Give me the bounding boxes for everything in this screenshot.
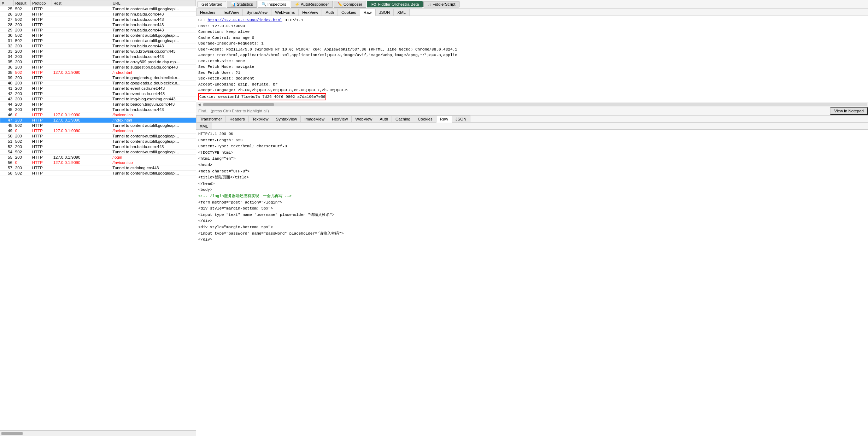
row-result: 502 xyxy=(14,70,31,75)
fiddler-orch-button[interactable]: FO Fiddler Orchestra Beta xyxy=(367,1,423,7)
request-tab-textview[interactable]: TextView xyxy=(219,9,243,16)
response-line: <head> xyxy=(198,162,866,169)
table-row[interactable]: 57200HTTPTunnel to csdnimg.cn:443 xyxy=(0,165,196,171)
row-url: Tunnel to content-autofill.googleapi... xyxy=(111,134,195,139)
table-row[interactable]: 52200HTTPTunnel to hm.baidu.com:443 xyxy=(0,144,196,149)
response-tab2-xml[interactable]: XML xyxy=(196,123,212,129)
table-row[interactable]: 42200HTTPTunnel to event.csdn.net:443 xyxy=(0,91,196,96)
table-row[interactable]: 33200HTTPTunnel to wup.browser.qq.com:44… xyxy=(0,49,196,54)
response-tab-json[interactable]: JSON xyxy=(452,116,470,122)
table-row[interactable]: 35200HTTPTunnel to array809.prod.do.dsp.… xyxy=(0,59,196,65)
autoresponder-icon: ⚡ xyxy=(295,2,300,7)
row-host xyxy=(52,123,111,128)
row-url: Tunnel to hm.baidu.com:443 xyxy=(111,144,195,149)
response-tab-headers[interactable]: Headers xyxy=(226,116,248,122)
request-tab-raw[interactable]: Raw xyxy=(360,9,376,16)
row-proto: HTTP xyxy=(31,86,52,91)
row-url: Tunnel to img-blog.csdnimg.cn:443 xyxy=(111,96,195,102)
request-header-line: User-Agent: Mozilla/5.0 (Windows NT 10.0… xyxy=(198,47,866,53)
hscroll-thumb[interactable] xyxy=(203,103,274,106)
row-proto: HTTP xyxy=(31,28,52,33)
row-result: 200 xyxy=(14,165,31,171)
row-host: 127.0.0.1:9090 xyxy=(52,128,111,134)
request-content: GET http://127.0.0.1:9090/index.html HTT… xyxy=(196,16,868,102)
row-url: Tunnel to content-autofill.googleapi... xyxy=(111,38,195,43)
response-tab-cookies[interactable]: Cookies xyxy=(414,116,436,122)
row-result: 200 xyxy=(14,91,31,96)
row-url: Tunnel to wup.browser.qq.com:443 xyxy=(111,49,195,54)
request-hscrollbar[interactable]: ◄ xyxy=(196,102,868,107)
response-tab-imageview[interactable]: ImageView xyxy=(301,116,328,122)
fiddler-script-button[interactable]: Js FiddlerScript xyxy=(423,1,459,7)
table-row[interactable]: 490HTTP127.0.0.1:9090/favicon.ico xyxy=(0,128,196,134)
table-row[interactable]: 40200HTTPTunnel to googleads.g.doublecli… xyxy=(0,81,196,86)
row-proto: HTTP xyxy=(31,38,52,43)
table-row[interactable]: 58502HTTPTunnel to content-autofill.goog… xyxy=(0,171,196,176)
table-row[interactable]: 28200HTTPTunnel to hm.baidu.com:443 xyxy=(0,22,196,28)
table-row[interactable]: 460HTTP127.0.0.1:9090/favicon.ico xyxy=(0,112,196,118)
hscroll-track[interactable] xyxy=(203,103,867,106)
table-row[interactable]: 30502HTTPTunnel to content-autofill.goog… xyxy=(0,33,196,38)
response-tab-syntaxview[interactable]: SyntaxView xyxy=(272,116,301,122)
table-row[interactable]: 44200HTTPTunnel to beacon.tingyun.com:44… xyxy=(0,102,196,107)
table-row[interactable]: 45200HTTPTunnel to hm.baidu.com:443 xyxy=(0,107,196,112)
request-tab-webforms[interactable]: WebForms xyxy=(271,9,299,16)
autoresponder-button[interactable]: ⚡ AutoResponder xyxy=(291,1,333,8)
traffic-table-container[interactable]: # Result Protocol Host URL 25502HTTPTunn… xyxy=(0,0,196,430)
table-row[interactable]: 560HTTP127.0.0.1:9090/favicon.ico xyxy=(0,160,196,165)
table-row[interactable]: 29200HTTPTunnel to hm.baidu.com:443 xyxy=(0,28,196,33)
horizontal-scrollbar[interactable] xyxy=(0,430,196,436)
row-host xyxy=(52,33,111,38)
response-tab-textview[interactable]: TextView xyxy=(249,116,272,122)
table-row[interactable]: 55200HTTP127.0.0.1:9090/login xyxy=(0,155,196,160)
row-result: 200 xyxy=(14,59,31,65)
table-row[interactable]: 50200HTTPTunnel to content-autofill.goog… xyxy=(0,134,196,139)
table-row[interactable]: 43200HTTPTunnel to img-blog.csdnimg.cn:4… xyxy=(0,96,196,102)
response-tab-caching[interactable]: Caching xyxy=(392,116,414,122)
view-in-notepad-button[interactable]: View in Notepad xyxy=(830,107,868,115)
response-tab-raw[interactable]: Raw xyxy=(436,116,452,123)
request-url-link[interactable]: http://127.0.0.1:9090/index.html xyxy=(207,18,282,22)
statistics-button[interactable]: 📊 Statistics xyxy=(227,1,257,8)
response-tab-auth[interactable]: Auth xyxy=(376,116,392,122)
request-header-line: Host: 127.0.0.1:9090 xyxy=(198,23,866,29)
request-line: GET http://127.0.0.1:9090/index.html HTT… xyxy=(198,17,866,23)
row-num: 27 xyxy=(0,17,14,22)
table-row[interactable]: 38502HTTP127.0.0.1:9090/index.html xyxy=(0,70,196,75)
request-tab-headers[interactable]: Headers xyxy=(196,9,219,16)
request-tab-xml[interactable]: XML xyxy=(394,9,410,16)
request-tab-json[interactable]: JSON xyxy=(376,9,394,16)
table-row[interactable]: 51502HTTPTunnel to content-autofill.goog… xyxy=(0,139,196,144)
row-num: 58 xyxy=(0,171,14,176)
row-num: 34 xyxy=(0,54,14,59)
table-row[interactable]: 31502HTTPTunnel to content-autofill.goog… xyxy=(0,38,196,43)
request-tab-syntaxview[interactable]: SyntaxView xyxy=(243,9,271,16)
scroll-thumb[interactable] xyxy=(1,432,23,435)
request-tab-auth[interactable]: Auth xyxy=(322,9,338,16)
table-row[interactable]: 48502HTTPTunnel to content-autofill.goog… xyxy=(0,123,196,128)
request-tab-cookies[interactable]: Cookies xyxy=(338,9,360,16)
response-tab-hexview[interactable]: HexView xyxy=(328,116,352,122)
table-row[interactable]: 26200HTTPTunnel to hm.baidu.com:443 xyxy=(0,12,196,17)
request-header-line: Sec-Fetch-User: ?1 xyxy=(198,70,866,76)
find-input[interactable] xyxy=(196,108,830,114)
response-tab-transformer[interactable]: Transformer xyxy=(196,116,226,122)
table-row[interactable]: 41200HTTPTunnel to event.csdn.net:443 xyxy=(0,86,196,91)
table-row[interactable]: 39200HTTPTunnel to googleads.g.doublecli… xyxy=(0,75,196,81)
right-panel: Get Started 📊 Statistics 🔍 Inspectors ⚡ … xyxy=(196,0,868,436)
composer-button[interactable]: ✏️ Composer xyxy=(334,1,366,8)
table-row[interactable]: 34200HTTPTunnel to hm.baidu.com:443 xyxy=(0,54,196,59)
row-result: 200 xyxy=(14,28,31,33)
response-tab-webview[interactable]: WebView xyxy=(352,116,376,122)
inspectors-button[interactable]: 🔍 Inspectors xyxy=(258,1,290,8)
row-result: 200 xyxy=(14,49,31,54)
table-row[interactable]: 36200HTTPTunnel to suggestion.baidu.com:… xyxy=(0,65,196,70)
get-started-button[interactable]: Get Started xyxy=(198,1,226,7)
row-proto: HTTP xyxy=(31,6,52,12)
table-row[interactable]: 47200HTTP127.0.0.1:9090/index.html xyxy=(0,118,196,123)
table-row[interactable]: 54502HTTPTunnel to content-autofill.goog… xyxy=(0,149,196,155)
table-row[interactable]: 27502HTTPTunnel to hm.baidu.com:443 xyxy=(0,17,196,22)
table-row[interactable]: 32200HTTPTunnel to hm.baidu.com:443 xyxy=(0,43,196,49)
table-row[interactable]: 25502HTTPTunnel to content-autofill.goog… xyxy=(0,6,196,12)
request-tab-hexview[interactable]: HexView xyxy=(299,9,322,16)
